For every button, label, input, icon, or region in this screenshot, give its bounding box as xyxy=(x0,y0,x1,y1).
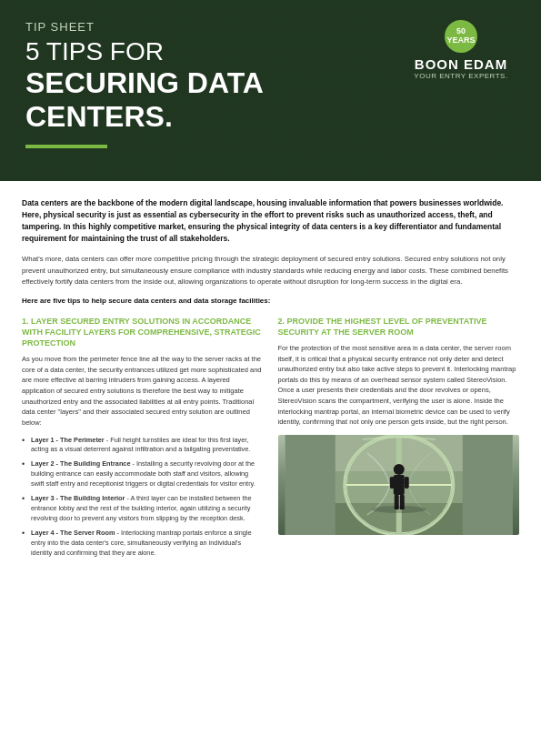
svg-rect-12 xyxy=(389,477,394,489)
tip1-list: Layer 1 - The Perimeter - Full height tu… xyxy=(22,436,264,559)
list-item-label: Layer 3 - The Building Interior xyxy=(31,494,125,502)
svg-rect-11 xyxy=(393,475,404,495)
logo-tagline: YOUR ENTRY EXPERTS. xyxy=(414,72,507,80)
list-item-label: Layer 1 - The Perimeter xyxy=(31,436,105,444)
section-lead: Here are five tips to help secure data c… xyxy=(22,297,519,305)
svg-rect-3 xyxy=(285,435,335,535)
logo-area: 50 YEARS BOON EDAM YOUR ENTRY EXPERTS. xyxy=(406,20,516,80)
tip2-heading: 2. PROVIDE THE HIGHEST LEVEL OF PREVENTA… xyxy=(278,316,520,338)
door-image xyxy=(278,435,520,535)
tip1-column: 1. LAYER SECURED ENTRY SOLUTIONS IN ACCO… xyxy=(22,316,264,563)
tip1-body: As you move from the perimeter fence lin… xyxy=(22,354,264,428)
list-item: Layer 3 - The Building Interior - A thir… xyxy=(22,494,264,524)
intro-bold-paragraph: Data centers are the backbone of the mod… xyxy=(22,197,519,246)
intro-regular-paragraph: What's more, data centers can offer more… xyxy=(22,254,519,287)
list-item-label: Layer 4 - The Server Room xyxy=(31,529,115,537)
logo-name: BOON EDAM xyxy=(415,56,507,72)
svg-point-10 xyxy=(393,464,404,475)
list-item-label: Layer 2 - The Building Entrance xyxy=(31,459,130,468)
hero-section: TIP SHEET 5 TIPS FOR SECURING DATA CENTE… xyxy=(0,0,541,181)
list-item: Layer 4 - The Server Room - Interlocking… xyxy=(22,529,264,559)
tip2-column: 2. PROVIDE THE HIGHEST LEVEL OF PREVENTA… xyxy=(278,316,520,563)
tip1-heading: 1. LAYER SECURED ENTRY SOLUTIONS IN ACCO… xyxy=(22,316,264,348)
list-item: Layer 1 - The Perimeter - Full height tu… xyxy=(22,436,264,456)
hero-title-line1: 5 TIPS FOR xyxy=(25,37,164,66)
hero-title: 5 TIPS FOR SECURING DATA CENTERS. xyxy=(25,37,406,134)
tip-sheet-label: TIP SHEET xyxy=(25,20,406,34)
door-image-svg xyxy=(278,435,520,535)
svg-rect-13 xyxy=(404,477,408,489)
logo-badge: 50 YEARS xyxy=(445,20,477,53)
list-item: Layer 2 - The Building Entrance - Instal… xyxy=(22,459,264,489)
body-content: Data centers are the backbone of the mod… xyxy=(0,181,541,580)
svg-rect-4 xyxy=(462,435,512,535)
hero-title-block: TIP SHEET 5 TIPS FOR SECURING DATA CENTE… xyxy=(25,20,406,148)
tips-grid: 1. LAYER SECURED ENTRY SOLUTIONS IN ACCO… xyxy=(22,316,519,563)
green-bar xyxy=(25,145,107,148)
tip2-body: For the protection of the most sensitive… xyxy=(278,343,520,428)
hero-top-row: TIP SHEET 5 TIPS FOR SECURING DATA CENTE… xyxy=(25,20,516,148)
hero-title-bold: SECURING DATA CENTERS. xyxy=(25,66,406,134)
svg-point-16 xyxy=(371,506,426,513)
